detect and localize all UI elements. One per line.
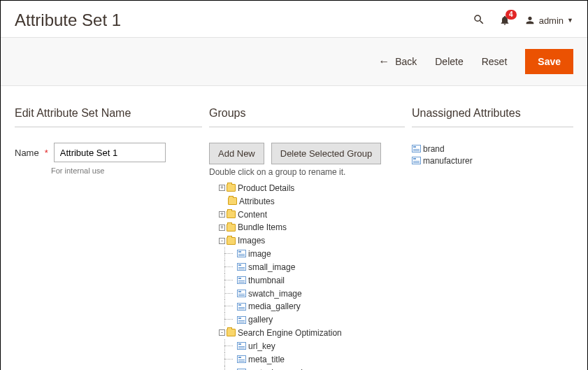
attribute-icon: [237, 276, 246, 284]
tree-attribute[interactable]: gallery: [234, 313, 405, 326]
edit-name-title: Edit Attribute Set Name: [15, 107, 202, 127]
add-new-button[interactable]: Add New: [209, 143, 264, 164]
name-input[interactable]: [54, 143, 166, 162]
unassigned-label: brand: [423, 144, 445, 154]
node-label[interactable]: meta_title: [248, 355, 285, 364]
node-label[interactable]: Bundle Items: [238, 222, 287, 232]
attribute-icon: [237, 250, 246, 257]
node-label[interactable]: Product Details: [238, 183, 294, 193]
search-icon[interactable]: [473, 13, 485, 28]
node-label[interactable]: url_key: [248, 341, 275, 351]
unassigned-list[interactable]: brandmanufacturer: [412, 143, 573, 166]
folder-icon: [227, 237, 236, 245]
node-label[interactable]: Content: [238, 209, 267, 219]
node-label[interactable]: thumbnail: [248, 276, 285, 285]
folder-icon: [227, 211, 236, 218]
unassigned-title: Unassigned Attributes: [412, 107, 573, 127]
node-label[interactable]: meta_keyword: [248, 367, 303, 370]
attribute-icon: [412, 157, 421, 164]
tree-attribute[interactable]: small_image: [234, 260, 405, 273]
unassigned-item[interactable]: manufacturer: [412, 155, 573, 166]
tree-attribute[interactable]: url_key: [234, 339, 405, 353]
attribute-icon: [237, 290, 246, 297]
folder-icon: [227, 184, 236, 192]
tree-folder[interactable]: +Product Details: [209, 181, 405, 194]
groups-title: Groups: [209, 107, 405, 127]
node-label[interactable]: small_image: [248, 262, 295, 272]
expand-icon[interactable]: +: [219, 225, 225, 231]
tree-attribute[interactable]: image: [234, 247, 405, 260]
attribute-icon: [237, 263, 246, 271]
node-label[interactable]: image: [248, 249, 271, 259]
collapse-icon[interactable]: -: [219, 329, 225, 336]
node-label[interactable]: media_gallery: [248, 301, 301, 311]
node-label[interactable]: Search Engine Optimization: [238, 328, 342, 338]
folder-icon: [228, 197, 237, 205]
delete-selected-group-button[interactable]: Delete Selected Group: [271, 143, 382, 164]
attribute-icon: [237, 355, 246, 363]
node-label[interactable]: gallery: [248, 315, 273, 325]
unassigned-label: manufacturer: [423, 156, 473, 166]
folder-icon: [227, 224, 236, 232]
node-label[interactable]: Attributes: [239, 197, 275, 206]
expand-icon[interactable]: +: [219, 211, 225, 218]
tree-attribute[interactable]: meta_title: [234, 353, 405, 366]
tree-folder[interactable]: Attributes: [209, 194, 405, 208]
groups-tip: Double click on a group to rename it.: [209, 167, 405, 177]
admin-label: admin: [539, 15, 564, 26]
chevron-down-icon: ▼: [567, 17, 573, 24]
notifications-icon[interactable]: 4: [499, 14, 510, 27]
tree-attribute[interactable]: media_gallery: [234, 299, 405, 313]
groups-tree[interactable]: +Product DetailsAttributes+Content+Bundl…: [209, 181, 405, 370]
tree-folder[interactable]: +Bundle Items: [209, 220, 405, 234]
save-button[interactable]: Save: [525, 49, 573, 74]
reset-button[interactable]: Reset: [482, 56, 508, 67]
name-label: Name: [15, 148, 39, 158]
admin-menu[interactable]: admin ▼: [524, 15, 573, 26]
node-label[interactable]: swatch_image: [248, 288, 302, 298]
actions-bar: Back Delete Reset Save: [1, 37, 587, 86]
expand-icon[interactable]: +: [219, 185, 225, 191]
tree-folder[interactable]: -Imagesimagesmall_imagethumbnailswatch_i…: [209, 234, 405, 326]
tree-folder[interactable]: -Search Engine Optimizationurl_keymeta_t…: [209, 326, 405, 370]
required-indicator: *: [45, 148, 48, 158]
attribute-icon: [237, 342, 246, 350]
name-hint: For internal use: [51, 166, 202, 175]
attribute-icon: [237, 303, 246, 311]
tree-attribute[interactable]: meta_keyword: [234, 366, 405, 370]
collapse-icon[interactable]: -: [219, 238, 225, 244]
node-label[interactable]: Images: [238, 236, 265, 246]
back-button[interactable]: Back: [378, 55, 417, 68]
tree-folder[interactable]: +Content: [209, 208, 405, 221]
attribute-icon: [237, 316, 246, 324]
notification-badge: 4: [505, 10, 517, 20]
page-title: Attribute Set 1: [15, 10, 121, 30]
delete-button[interactable]: Delete: [435, 56, 463, 67]
tree-attribute[interactable]: swatch_image: [234, 287, 405, 300]
folder-icon: [227, 329, 236, 336]
tree-attribute[interactable]: thumbnail: [234, 273, 405, 287]
unassigned-item[interactable]: brand: [412, 143, 573, 155]
attribute-icon: [412, 145, 421, 152]
